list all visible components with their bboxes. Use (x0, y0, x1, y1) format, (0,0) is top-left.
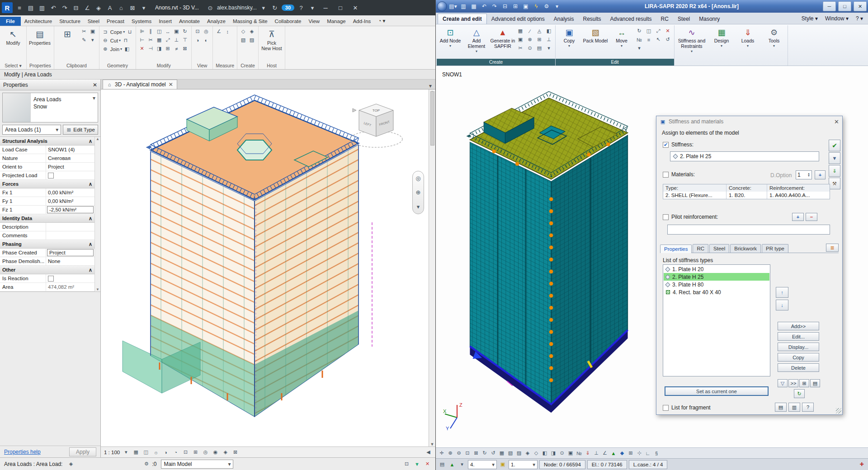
apply-button[interactable]: Apply (69, 447, 96, 456)
tab-rc[interactable]: RC (656, 14, 673, 24)
offset-copy-icon[interactable]: ◨ (155, 45, 163, 52)
measure-panel-label[interactable]: Measure (213, 62, 237, 69)
projected-load-checkbox[interactable] (48, 173, 54, 179)
properties-scrollbar[interactable]: ▲▼ (94, 137, 100, 291)
scale-icon[interactable]: ⤢ (654, 27, 662, 35)
maximize-button[interactable]: □ (838, 1, 851, 11)
hide-icon[interactable]: ◎ (202, 28, 210, 35)
create-panel-label[interactable]: Create (237, 62, 258, 69)
tab-file[interactable]: File (0, 17, 21, 26)
override-graphics-icon[interactable]: ◑ (193, 36, 202, 44)
status-flag-icon[interactable]: ▲ (448, 461, 456, 468)
block-combo[interactable]: 1.▾ (509, 460, 538, 469)
copy-fragment-icon[interactable]: ▣ (516, 36, 524, 43)
pan-icon[interactable]: ✛ (438, 449, 446, 457)
stiffness-and-restraints-button[interactable]: ∿ Stiffness and Restraints▾ (675, 26, 708, 54)
settings-icon[interactable]: ⚙ (542, 2, 551, 11)
minimize-button[interactable]: ─ (823, 1, 836, 11)
unpin-icon[interactable]: ⊤ (181, 36, 189, 44)
analytical-model-icon[interactable]: ◈ (222, 448, 229, 456)
save-icon[interactable]: ▦ (469, 2, 478, 11)
display-button[interactable]: Display... (778, 343, 819, 351)
property-value[interactable]: SNOW1 (4) (46, 146, 94, 154)
viewcube[interactable]: TOP LEFT FRONT (348, 99, 407, 154)
tab-massing-site[interactable]: Massing & Site (229, 17, 271, 26)
new-file-icon[interactable]: ▤▾ (448, 2, 458, 11)
add-node-button[interactable]: ⊡ Add Node▾ (438, 26, 463, 49)
navbar-options-icon[interactable]: ▾ (417, 203, 420, 210)
modify-panel-label[interactable]: Modify (136, 62, 191, 69)
detail-level-icon[interactable]: ▦ (132, 448, 140, 456)
property-row[interactable]: Description (0, 223, 94, 231)
temporary-hide-isolate-icon[interactable]: ◎ (202, 448, 209, 456)
grid-icon[interactable]: ⊞ (627, 449, 635, 457)
print-icon[interactable]: ⊟ (71, 3, 80, 12)
intersect-icon[interactable]: ⊗ (526, 36, 534, 43)
show-local-axes-icon[interactable]: ∠ (601, 449, 609, 457)
tab-add-ins[interactable]: Add-Ins (349, 17, 375, 26)
lira-logo-icon[interactable] (437, 1, 447, 11)
zoom-in-icon[interactable]: ⊕ (446, 449, 454, 457)
filter-icon[interactable]: ▼ (413, 460, 421, 468)
property-value[interactable]: Project (46, 163, 94, 171)
pilot-remove-button[interactable]: − (806, 213, 817, 221)
qat-caret-icon[interactable]: ▾ (552, 2, 561, 11)
tab-masonry[interactable]: Masonry (694, 14, 724, 24)
list-item-selected[interactable]: 2. Plate H 25 (664, 273, 769, 281)
generate-in-sapfir-button[interactable]: ▲ Generate in SAPFIR (490, 26, 515, 49)
tab-steel[interactable]: Steel (709, 244, 729, 253)
set-as-current-button[interactable]: Set as current one (665, 386, 769, 396)
help-button[interactable]: ? (802, 403, 814, 412)
pick-new-host-button[interactable]: ⊼ Pick New Host (260, 28, 283, 51)
more-edit-icon[interactable]: ▾ (635, 44, 643, 52)
demolish-icon[interactable]: ⊠ (181, 45, 189, 52)
scroll-down-icon[interactable]: ▼ (430, 442, 434, 446)
lira-canvas[interactable]: SNOW1 (436, 66, 868, 447)
wall-joins-icon[interactable]: ⊔ (126, 28, 134, 36)
visual-style-icon[interactable]: ◫ (142, 448, 150, 456)
mirror-icon[interactable]: ◫ (155, 28, 163, 35)
tab-create-and-edit[interactable]: Create and edit (438, 14, 487, 24)
scroll-left-icon[interactable]: ◀ (425, 448, 432, 456)
mode-icon[interactable]: ▣ (499, 461, 507, 468)
element-filter-combo[interactable]: Area Loads (1)▾ (2, 125, 61, 135)
screenshot-icon[interactable]: ⊞ (511, 2, 520, 11)
measure-icon[interactable]: ∟ (644, 449, 652, 457)
property-row[interactable]: Comments (0, 231, 94, 240)
list-for-fragment-checkbox[interactable] (663, 405, 669, 411)
projection-xy-icon[interactable]: ▦ (498, 449, 506, 457)
redo-icon[interactable]: ↷ (490, 2, 499, 11)
help-icon[interactable]: ? (297, 3, 306, 12)
exclude-options-icon[interactable]: ✕ (424, 460, 431, 468)
show-nodes-icon[interactable]: ⊙ (558, 449, 566, 457)
geometry-panel-label[interactable]: Geometry (99, 62, 136, 69)
offset-icon[interactable]: ∥ (146, 28, 155, 35)
app-menu-icon[interactable]: ≡ (15, 3, 24, 12)
apply-confirm-button[interactable]: ✔ (829, 140, 840, 151)
property-value-editing[interactable]: -2,50 kN/m² (47, 206, 94, 213)
select-panel-label[interactable]: Select ▾ (0, 62, 26, 69)
selection-box-icon[interactable]: ⊡ (193, 28, 202, 35)
run-analysis-icon[interactable]: ϟ (532, 2, 541, 11)
dof-icon[interactable]: ⊥ (545, 36, 553, 43)
menu-window[interactable]: Window ▾ (822, 14, 852, 23)
list-filter-button[interactable]: ▽ (778, 379, 788, 387)
select-icon[interactable]: ↖ (654, 36, 662, 43)
tab-architecture[interactable]: Architecture (21, 17, 56, 26)
expand-list-button[interactable]: >> (788, 379, 798, 387)
delete-icon[interactable]: ✕ (138, 45, 146, 52)
beam-joins-icon[interactable]: ⊓ (122, 37, 130, 44)
previous-view-icon[interactable]: ↺ (489, 449, 497, 457)
tab-view[interactable]: View (305, 17, 323, 26)
design-options-combo[interactable]: Main Model▾ (161, 460, 233, 469)
property-value-combo[interactable]: Project (47, 249, 94, 256)
cope-button[interactable]: Cope (110, 29, 122, 35)
view-tab-3d-analytical[interactable]: ⌂ 3D - Analytical model ✕ (103, 80, 177, 89)
save-icon[interactable]: ▥ (38, 3, 47, 12)
copy-page-button[interactable]: ▤ (775, 403, 787, 412)
spinner-down-icon[interactable]: ▼ (807, 175, 810, 177)
edit-tools-button[interactable]: ⚒ (829, 178, 840, 189)
tab-insert[interactable]: Insert (155, 17, 175, 26)
move-button[interactable]: ↔ Move▾ (609, 26, 634, 49)
add-button[interactable]: Add>> (778, 322, 819, 330)
